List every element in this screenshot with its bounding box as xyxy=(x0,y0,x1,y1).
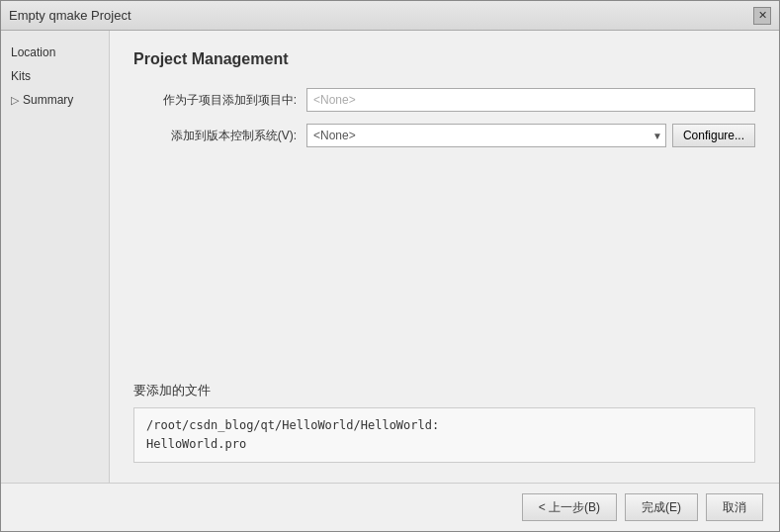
sidebar-item-summary[interactable]: ▷ Summary xyxy=(1,88,109,112)
vcs-select[interactable]: <None> xyxy=(306,124,666,147)
main-content: Project Management 作为子项目添加到项目中: <None> 添… xyxy=(110,31,779,483)
files-section: 要添加的文件 /root/csdn_blog/qt/HelloWorld/Hel… xyxy=(133,372,755,463)
dialog-body: Location Kits ▷ Summary Project Manageme… xyxy=(1,31,779,483)
subproject-placeholder: <None> xyxy=(313,93,356,107)
finish-button[interactable]: 完成(E) xyxy=(625,493,698,521)
sidebar-item-label: Location xyxy=(11,45,55,59)
arrow-icon: ▷ xyxy=(11,94,19,107)
sidebar-item-kits[interactable]: Kits xyxy=(1,64,109,88)
cancel-button[interactable]: 取消 xyxy=(706,493,763,521)
files-label: 要添加的文件 xyxy=(133,382,755,399)
label-subproject: 作为子项目添加到项目中: xyxy=(133,92,306,109)
sidebar-item-label: Summary xyxy=(23,93,73,107)
vcs-select-wrapper: <None> ▼ Configure... xyxy=(306,124,755,147)
dialog-footer: < 上一步(B) 完成(E) 取消 xyxy=(1,483,779,531)
files-box: /root/csdn_blog/qt/HelloWorld/HelloWorld… xyxy=(133,407,755,463)
close-button[interactable]: ✕ xyxy=(753,7,771,25)
sidebar-item-location[interactable]: Location xyxy=(1,41,109,64)
file-line-1: /root/csdn_blog/qt/HelloWorld/HelloWorld… xyxy=(146,416,742,435)
vcs-select-container: <None> ▼ xyxy=(306,124,666,147)
sidebar-item-label: Kits xyxy=(11,69,31,83)
dialog-title: Empty qmake Project xyxy=(9,8,131,23)
section-title: Project Management xyxy=(133,50,755,68)
title-bar: Empty qmake Project ✕ xyxy=(1,1,779,31)
label-vcs: 添加到版本控制系统(V): xyxy=(133,128,306,144)
sidebar: Location Kits ▷ Summary xyxy=(1,31,110,483)
back-button[interactable]: < 上一步(B) xyxy=(522,493,617,521)
spacer xyxy=(133,159,755,372)
file-line-2: HelloWorld.pro xyxy=(146,435,742,454)
configure-button[interactable]: Configure... xyxy=(672,124,755,147)
dialog: Empty qmake Project ✕ Location Kits ▷ Su… xyxy=(0,0,780,532)
form-row-2: 添加到版本控制系统(V): <None> ▼ Configure... xyxy=(133,124,755,147)
subproject-input[interactable]: <None> xyxy=(306,88,755,112)
form-row-1: 作为子项目添加到项目中: <None> xyxy=(133,88,755,112)
